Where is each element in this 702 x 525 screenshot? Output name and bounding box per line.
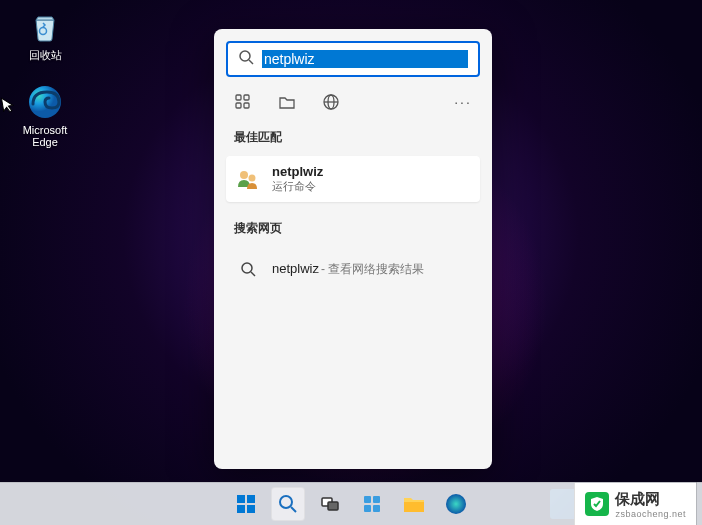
svg-rect-17 — [237, 505, 245, 513]
svg-point-28 — [446, 494, 466, 514]
result-title: netplwiz — [272, 164, 323, 179]
search-box[interactable] — [226, 41, 480, 77]
svg-rect-15 — [237, 495, 245, 503]
result-subtitle: 运行命令 — [272, 179, 323, 194]
desktop-icon-edge[interactable]: Microsoft Edge — [10, 84, 80, 148]
svg-point-19 — [280, 496, 292, 508]
svg-rect-24 — [373, 496, 380, 503]
svg-rect-4 — [236, 95, 241, 100]
section-web: 搜索网页 — [226, 202, 480, 247]
watermark-url: zsbaocheng.net — [615, 509, 686, 519]
desktop-icon-recycle-bin[interactable]: 回收站 — [10, 8, 80, 63]
taskbar-widgets-button[interactable] — [355, 487, 389, 521]
edge-icon — [27, 84, 63, 120]
svg-point-13 — [242, 263, 252, 273]
search-filter-row: ··· — [226, 77, 480, 123]
search-icon — [238, 49, 254, 69]
search-result-web[interactable]: netplwiz - 查看网络搜索结果 — [226, 247, 480, 291]
show-desktop-button[interactable] — [696, 482, 702, 525]
svg-point-12 — [249, 175, 256, 182]
svg-rect-26 — [373, 505, 380, 512]
start-button[interactable] — [229, 487, 263, 521]
svg-rect-18 — [247, 505, 255, 513]
desktop-icon-label: 回收站 — [10, 48, 80, 63]
svg-rect-16 — [247, 495, 255, 503]
recycle-bin-icon — [27, 8, 63, 44]
watermark-brand: 保成网 — [615, 490, 686, 509]
search-input[interactable] — [262, 50, 468, 68]
filter-more-icon[interactable]: ··· — [454, 93, 472, 111]
svg-line-3 — [249, 60, 253, 64]
svg-rect-22 — [328, 502, 338, 510]
taskbar-search-button[interactable] — [271, 487, 305, 521]
svg-line-14 — [251, 272, 255, 276]
result-title: netplwiz — [272, 261, 319, 276]
section-best-match: 最佳匹配 — [226, 123, 480, 156]
desktop-icon-label: Microsoft Edge — [10, 124, 80, 148]
filter-documents-icon[interactable] — [278, 93, 296, 111]
search-icon — [234, 255, 262, 283]
svg-rect-5 — [244, 95, 249, 100]
watermark-shield-icon — [585, 492, 609, 516]
svg-line-20 — [291, 507, 296, 512]
taskbar-taskview-button[interactable] — [313, 487, 347, 521]
filter-web-icon[interactable] — [322, 93, 340, 111]
svg-rect-25 — [364, 505, 371, 512]
start-search-panel: ··· 最佳匹配 netplwiz 运行命令 搜索网页 netplwiz - 查… — [214, 29, 492, 469]
svg-rect-23 — [364, 496, 371, 503]
filter-apps-icon[interactable] — [234, 93, 252, 111]
taskbar-edge-button[interactable] — [439, 487, 473, 521]
netplwiz-icon — [234, 165, 262, 193]
svg-rect-6 — [236, 103, 241, 108]
watermark: 保成网 zsbaocheng.net — [574, 483, 696, 525]
search-result-best[interactable]: netplwiz 运行命令 — [226, 156, 480, 202]
taskbar-explorer-button[interactable] — [397, 487, 431, 521]
svg-point-2 — [240, 51, 250, 61]
svg-rect-27 — [404, 502, 424, 512]
result-suffix: - 查看网络搜索结果 — [321, 261, 424, 278]
svg-rect-7 — [244, 103, 249, 108]
svg-point-11 — [240, 171, 248, 179]
